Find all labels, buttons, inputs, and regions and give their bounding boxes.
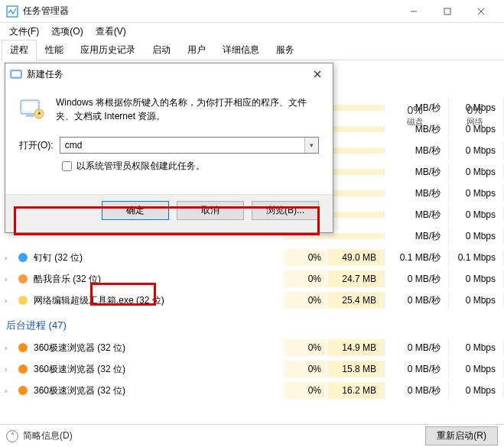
cell-disk: 0 MB/秒: [385, 270, 449, 289]
tab-processes[interactable]: 进程: [2, 40, 37, 60]
svg-point-9: [18, 364, 28, 374]
process-icon: [17, 384, 29, 397]
svg-point-10: [18, 386, 28, 395]
cell-mem: [330, 105, 385, 111]
cell-cpu: [284, 233, 330, 239]
window-title: 任务管理器: [23, 5, 397, 18]
menubar: 文件(F) 选项(O) 查看(V): [0, 23, 504, 40]
svg-point-7: [18, 296, 28, 305]
cell-disk: MB/秒: [385, 227, 449, 246]
chevron-down-icon[interactable]: ▾: [304, 138, 318, 153]
close-button[interactable]: [464, 1, 498, 22]
cell-net: 0 Mbps: [449, 339, 504, 356]
maximize-button[interactable]: [431, 1, 464, 22]
open-input[interactable]: [60, 138, 304, 153]
admin-checkbox[interactable]: [62, 161, 72, 171]
browse-button[interactable]: 浏览(B)...: [252, 201, 319, 220]
cell-mem: 24.7 MB: [330, 270, 385, 287]
table-row[interactable]: ›360极速浏览器 (32 位)0%15.8 MB0 MB/秒0 Mbps: [0, 358, 504, 380]
menu-file[interactable]: 文件(F): [3, 24, 45, 40]
restart-button[interactable]: 重新启动(R): [425, 426, 498, 445]
cell-cpu: 0%: [284, 339, 330, 356]
cell-mem: [330, 147, 385, 154]
cell-mem: [330, 190, 385, 196]
cell-net: 0 Mbps: [449, 185, 504, 202]
tab-services[interactable]: 服务: [268, 40, 303, 60]
tab-app-history[interactable]: 应用历史记录: [72, 40, 144, 60]
cell-net: 0 Mbps: [449, 270, 504, 287]
svg-rect-12: [12, 72, 20, 76]
table-row[interactable]: ›360极速浏览器 (32 位)0%16.2 MB0 MB/秒0 Mbps: [0, 380, 504, 401]
tab-users[interactable]: 用户: [179, 40, 214, 60]
cell-disk: 0.1 MB/秒: [385, 248, 449, 267]
cell-net: 0 Mbps: [449, 382, 504, 399]
cell-disk: MB/秒: [385, 163, 449, 182]
cell-mem: 49.0 MB: [330, 249, 385, 266]
cell-cpu: 0%: [284, 249, 330, 266]
process-name: 360极速浏览器 (32 位): [34, 384, 125, 397]
svg-point-8: [18, 343, 28, 352]
minimize-button[interactable]: [397, 1, 431, 22]
expand-chevron-icon[interactable]: ›: [5, 365, 15, 374]
cell-disk: 0 MB/秒: [385, 291, 449, 310]
tab-startup[interactable]: 启动: [144, 40, 179, 60]
menu-view[interactable]: 查看(V): [89, 24, 132, 40]
tab-strip: 进程 性能 应用历史记录 启动 用户 详细信息 服务: [0, 40, 504, 60]
process-icon: [17, 342, 29, 354]
cell-net: 0 Mbps: [449, 292, 504, 309]
col-header-disk[interactable]: 0% 磁盘: [385, 97, 449, 134]
cell-disk: MB/秒: [385, 184, 449, 203]
cell-mem: [330, 233, 385, 239]
cell-net: 0 Mbps: [449, 228, 504, 245]
expand-chevron-icon[interactable]: ›: [5, 387, 15, 395]
cell-cpu: 0%: [284, 292, 330, 309]
ok-button[interactable]: 确定: [102, 201, 169, 220]
cell-mem: [330, 169, 385, 175]
dialog-close-button[interactable]: [307, 65, 328, 83]
cell-net: 0 Mbps: [449, 206, 504, 223]
chevron-up-icon: ˄: [6, 430, 18, 442]
table-row[interactable]: ›网络编辑超级工具箱.exe (32 位)0%25.4 MB0 MB/秒0 Mb…: [0, 290, 504, 311]
open-combo[interactable]: ▾: [60, 137, 319, 154]
cell-mem: 25.4 MB: [330, 292, 385, 309]
run-dialog: 新建任务 Windows 将根据你所键入的名称，为你打开相应的程序、文件夹、文档…: [5, 63, 333, 233]
cell-mem: [330, 212, 385, 218]
expand-chevron-icon[interactable]: ›: [5, 296, 15, 305]
process-name: 酷我音乐 (32 位): [34, 273, 101, 286]
main-titlebar: 任务管理器: [0, 0, 504, 23]
expand-chevron-icon[interactable]: ›: [5, 275, 15, 283]
open-label: 打开(O):: [19, 139, 54, 152]
col-header-network[interactable]: 0% 网络: [449, 97, 504, 134]
cell-net: 0 Mbps: [449, 164, 504, 180]
fewer-details-button[interactable]: ˄ 简略信息(D): [6, 429, 73, 442]
cell-net: 0 Mbps: [449, 361, 504, 377]
cell-net: 0 Mbps: [449, 142, 504, 159]
process-name: 网络编辑超级工具箱.exe (32 位): [34, 294, 164, 307]
process-icon: [17, 273, 29, 285]
cancel-button[interactable]: 取消: [177, 201, 244, 220]
tab-performance[interactable]: 性能: [37, 40, 72, 60]
table-row[interactable]: ›钉钉 (32 位)0%49.0 MB0.1 MB/秒0.1 Mbps: [0, 247, 504, 268]
cell-cpu: 0%: [284, 270, 330, 287]
table-row[interactable]: ›360极速浏览器 (32 位)0%14.9 MB0 MB/秒0 Mbps: [0, 337, 504, 358]
menu-options[interactable]: 选项(O): [45, 24, 89, 40]
dialog-title: 新建任务: [10, 68, 307, 81]
cell-mem: 16.2 MB: [330, 382, 385, 399]
cell-cpu: 0%: [284, 382, 330, 399]
admin-label: 以系统管理员权限创建此任务。: [76, 160, 205, 173]
cell-net: 0.1 Mbps: [449, 249, 504, 266]
dialog-message: Windows 将根据你所键入的名称，为你打开相应的程序、文件夹、文档或 Int…: [56, 96, 319, 123]
process-icon: [17, 251, 29, 264]
tab-details[interactable]: 详细信息: [214, 40, 268, 60]
cell-mem: 14.9 MB: [330, 339, 385, 356]
expand-chevron-icon[interactable]: ›: [5, 344, 15, 352]
cell-disk: MB/秒: [385, 206, 449, 225]
process-name: 钉钉 (32 位): [34, 251, 83, 264]
process-icon: [17, 363, 29, 375]
expand-chevron-icon[interactable]: ›: [5, 254, 15, 262]
cell-disk: MB/秒: [385, 141, 449, 160]
cell-disk: 0 MB/秒: [385, 338, 449, 358]
table-row[interactable]: ›酷我音乐 (32 位)0%24.7 MB0 MB/秒0 Mbps: [0, 268, 504, 290]
cell-mem: [330, 126, 385, 132]
run-large-icon: [19, 96, 45, 121]
